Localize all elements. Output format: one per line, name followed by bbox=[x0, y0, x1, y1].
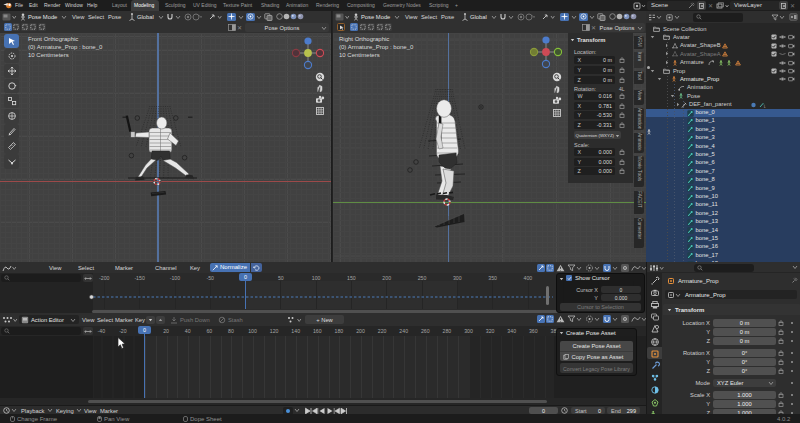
svg-text:L: L bbox=[764, 104, 766, 108]
